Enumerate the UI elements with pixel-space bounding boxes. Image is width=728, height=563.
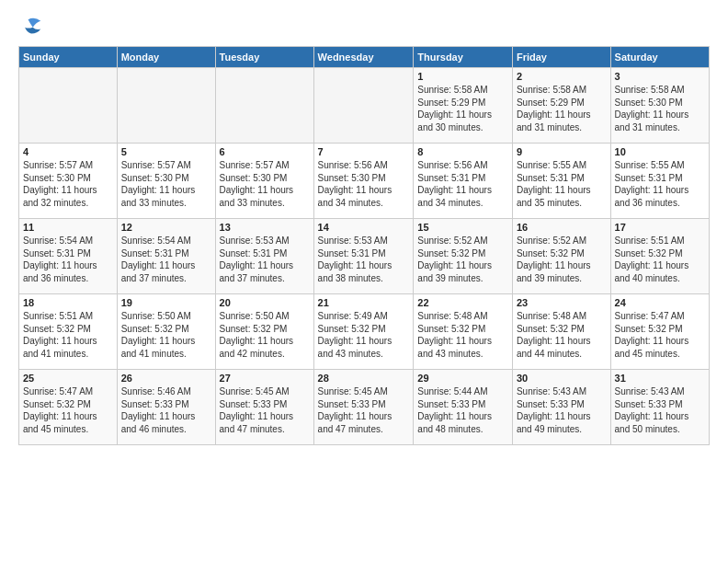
day-info: Sunrise: 5:55 AM Sunset: 5:31 PM Dayligh… [517,159,607,209]
calendar-cell: 14Sunrise: 5:53 AM Sunset: 5:31 PM Dayli… [313,219,414,294]
day-number: 2 [517,71,607,82]
day-info: Sunrise: 5:54 AM Sunset: 5:31 PM Dayligh… [121,235,211,284]
day-info: Sunrise: 5:48 AM Sunset: 5:32 PM Dayligh… [417,310,508,360]
logo-icon [20,15,42,37]
col-header-saturday: Saturday [610,47,709,68]
calendar-cell: 26Sunrise: 5:46 AM Sunset: 5:33 PM Dayli… [117,370,215,445]
day-info: Sunrise: 5:43 AM Sunset: 5:33 PM Dayligh… [517,385,607,435]
calendar-cell: 2Sunrise: 5:58 AM Sunset: 5:29 PM Daylig… [512,68,610,144]
col-header-sunday: Sunday [19,47,118,68]
day-info: Sunrise: 5:47 AM Sunset: 5:32 PM Dayligh… [615,310,705,360]
header-row: SundayMondayTuesdayWednesdayThursdayFrid… [19,47,710,68]
calendar-cell: 30Sunrise: 5:43 AM Sunset: 5:33 PM Dayli… [512,370,610,445]
day-number: 26 [121,373,211,384]
calendar-cell: 20Sunrise: 5:50 AM Sunset: 5:32 PM Dayli… [215,294,313,370]
calendar-cell: 16Sunrise: 5:52 AM Sunset: 5:32 PM Dayli… [512,219,610,294]
calendar-cell: 5Sunrise: 5:57 AM Sunset: 5:30 PM Daylig… [117,144,215,219]
calendar-cell: 10Sunrise: 5:55 AM Sunset: 5:31 PM Dayli… [610,144,709,219]
day-info: Sunrise: 5:45 AM Sunset: 5:33 PM Dayligh… [220,385,310,435]
day-number: 3 [615,71,705,82]
week-row: 4Sunrise: 5:57 AM Sunset: 5:30 PM Daylig… [19,144,710,219]
week-row: 25Sunrise: 5:47 AM Sunset: 5:32 PM Dayli… [19,370,710,445]
day-info: Sunrise: 5:48 AM Sunset: 5:32 PM Dayligh… [517,310,607,360]
day-info: Sunrise: 5:47 AM Sunset: 5:32 PM Dayligh… [23,385,113,435]
calendar-cell: 31Sunrise: 5:43 AM Sunset: 5:33 PM Dayli… [610,370,709,445]
day-number: 30 [517,373,607,384]
day-number: 24 [615,297,705,308]
calendar-cell: 24Sunrise: 5:47 AM Sunset: 5:32 PM Dayli… [610,294,709,370]
day-number: 21 [318,297,410,308]
day-number: 7 [318,146,410,157]
day-info: Sunrise: 5:50 AM Sunset: 5:32 PM Dayligh… [121,310,211,360]
day-number: 19 [121,297,211,308]
day-number: 18 [23,297,113,308]
calendar-cell: 4Sunrise: 5:57 AM Sunset: 5:30 PM Daylig… [19,144,118,219]
calendar-cell: 1Sunrise: 5:58 AM Sunset: 5:29 PM Daylig… [414,68,513,144]
day-info: Sunrise: 5:52 AM Sunset: 5:32 PM Dayligh… [417,235,508,284]
day-number: 23 [517,297,607,308]
day-info: Sunrise: 5:58 AM Sunset: 5:29 PM Dayligh… [417,84,508,133]
calendar-cell: 6Sunrise: 5:57 AM Sunset: 5:30 PM Daylig… [215,144,313,219]
day-number: 20 [220,297,310,308]
day-number: 16 [517,222,607,233]
calendar-cell [215,68,313,144]
day-info: Sunrise: 5:51 AM Sunset: 5:32 PM Dayligh… [23,310,113,360]
day-info: Sunrise: 5:53 AM Sunset: 5:31 PM Dayligh… [318,235,410,284]
week-row: 1Sunrise: 5:58 AM Sunset: 5:29 PM Daylig… [19,68,710,144]
calendar-cell: 25Sunrise: 5:47 AM Sunset: 5:32 PM Dayli… [19,370,118,445]
day-info: Sunrise: 5:44 AM Sunset: 5:33 PM Dayligh… [417,385,508,435]
calendar-cell: 13Sunrise: 5:53 AM Sunset: 5:31 PM Dayli… [215,219,313,294]
page: SundayMondayTuesdayWednesdayThursdayFrid… [0,0,728,563]
calendar-cell: 9Sunrise: 5:55 AM Sunset: 5:31 PM Daylig… [512,144,610,219]
calendar-cell [313,68,414,144]
day-number: 8 [417,146,508,157]
calendar-cell: 15Sunrise: 5:52 AM Sunset: 5:32 PM Dayli… [414,219,513,294]
day-info: Sunrise: 5:57 AM Sunset: 5:30 PM Dayligh… [23,159,113,209]
col-header-monday: Monday [117,47,215,68]
col-header-thursday: Thursday [414,47,513,68]
calendar-cell: 19Sunrise: 5:50 AM Sunset: 5:32 PM Dayli… [117,294,215,370]
day-number: 1 [417,71,508,82]
header [18,15,710,37]
day-info: Sunrise: 5:43 AM Sunset: 5:33 PM Dayligh… [615,385,705,435]
day-number: 11 [23,222,113,233]
day-number: 6 [220,146,310,157]
day-info: Sunrise: 5:55 AM Sunset: 5:31 PM Dayligh… [615,159,705,209]
day-number: 27 [220,373,310,384]
calendar-cell: 11Sunrise: 5:54 AM Sunset: 5:31 PM Dayli… [19,219,118,294]
day-number: 12 [121,222,211,233]
day-info: Sunrise: 5:57 AM Sunset: 5:30 PM Dayligh… [121,159,211,209]
day-info: Sunrise: 5:45 AM Sunset: 5:33 PM Dayligh… [318,385,410,435]
day-number: 15 [417,222,508,233]
calendar-header: SundayMondayTuesdayWednesdayThursdayFrid… [19,47,710,68]
day-info: Sunrise: 5:50 AM Sunset: 5:32 PM Dayligh… [220,310,310,360]
calendar-cell: 29Sunrise: 5:44 AM Sunset: 5:33 PM Dayli… [414,370,513,445]
day-number: 10 [615,146,705,157]
calendar-cell [117,68,215,144]
calendar-cell: 21Sunrise: 5:49 AM Sunset: 5:32 PM Dayli… [313,294,414,370]
logo [18,15,42,37]
calendar-cell: 8Sunrise: 5:56 AM Sunset: 5:31 PM Daylig… [414,144,513,219]
day-info: Sunrise: 5:57 AM Sunset: 5:30 PM Dayligh… [220,159,310,209]
calendar-cell: 28Sunrise: 5:45 AM Sunset: 5:33 PM Dayli… [313,370,414,445]
day-info: Sunrise: 5:58 AM Sunset: 5:30 PM Dayligh… [615,84,705,133]
day-info: Sunrise: 5:53 AM Sunset: 5:31 PM Dayligh… [220,235,310,284]
col-header-tuesday: Tuesday [215,47,313,68]
calendar-cell: 23Sunrise: 5:48 AM Sunset: 5:32 PM Dayli… [512,294,610,370]
calendar-cell: 12Sunrise: 5:54 AM Sunset: 5:31 PM Dayli… [117,219,215,294]
day-number: 29 [417,373,508,384]
col-header-wednesday: Wednesday [313,47,414,68]
day-number: 28 [318,373,410,384]
day-info: Sunrise: 5:52 AM Sunset: 5:32 PM Dayligh… [517,235,607,284]
calendar-cell: 18Sunrise: 5:51 AM Sunset: 5:32 PM Dayli… [19,294,118,370]
calendar-cell: 27Sunrise: 5:45 AM Sunset: 5:33 PM Dayli… [215,370,313,445]
calendar-body: 1Sunrise: 5:58 AM Sunset: 5:29 PM Daylig… [19,68,710,445]
calendar: SundayMondayTuesdayWednesdayThursdayFrid… [18,46,710,445]
week-row: 18Sunrise: 5:51 AM Sunset: 5:32 PM Dayli… [19,294,710,370]
day-number: 22 [417,297,508,308]
day-number: 17 [615,222,705,233]
day-number: 31 [615,373,705,384]
day-info: Sunrise: 5:51 AM Sunset: 5:32 PM Dayligh… [615,235,705,284]
day-info: Sunrise: 5:49 AM Sunset: 5:32 PM Dayligh… [318,310,410,360]
day-info: Sunrise: 5:54 AM Sunset: 5:31 PM Dayligh… [23,235,113,284]
